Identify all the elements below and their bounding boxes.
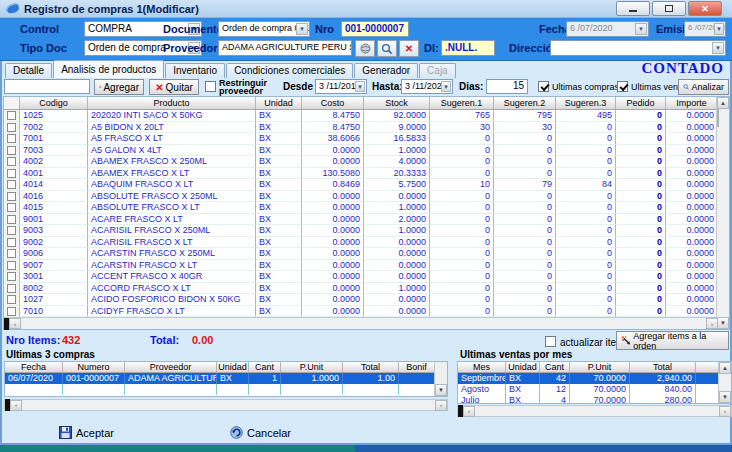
scroll-right-icon[interactable]: › [719,406,731,417]
row-checkbox[interactable] [7,123,16,132]
row-checkbox[interactable] [7,284,16,293]
chevron-down-icon[interactable]: ▼ [441,81,451,92]
table-row[interactable]: 4015 ABSOLUTE FRASCO X LT BX 0.0000 1.00… [4,202,718,214]
venta-row[interactable]: Agosto BX 12 70.0000 840.00 [458,384,731,395]
minimize-button[interactable] [616,1,650,16]
table-row[interactable]: 3001 ACCENT FRASCO X 40GR BX 0.0000 0.00… [4,271,718,283]
row-checkbox[interactable] [7,295,16,304]
ventas-vertical-scrollbar[interactable]: ▲ ▼ [718,362,731,403]
documento-select[interactable]: Orden de compra 001▼ [218,21,310,37]
proveedor-input[interactable]: ADAMA AGRICULTURE PERU S.A [218,40,352,56]
tab-generador[interactable]: Generador [354,63,418,78]
scroll-up-icon[interactable]: ▲ [719,362,731,374]
agregar-items-button[interactable]: Agregar items a la orden [616,331,729,350]
dias-input[interactable]: 15 [486,79,528,94]
table-row[interactable]: 8002 ACCORD FRASCO X LT BX 0.0000 1.0000… [4,283,718,295]
table-row[interactable]: 9007 ACARSTIN FRASCO X LT BX 0.0000 0.00… [4,260,718,272]
row-checkbox[interactable] [7,226,16,235]
row-checkbox[interactable] [7,146,16,155]
close-button[interactable]: ✕ [688,1,722,16]
table-row[interactable]: 9002 ACARISIL FRASCO X LT BX 0.0000 0.00… [4,237,718,249]
scroll-right-icon[interactable]: › [706,318,718,329]
row-checkbox[interactable] [7,215,16,224]
col-sugeren3[interactable]: Sugeren.3 [556,97,616,109]
row-checkbox[interactable] [7,272,16,281]
analizar-button[interactable]: Analizar [678,79,729,95]
proveedor-clear-button[interactable]: ✕ [399,40,419,57]
scroll-left-icon[interactable]: ‹ [10,400,22,411]
grid-vscroll-thumb[interactable] [717,108,719,127]
tab-condiciones-comerciales[interactable]: Condiciones comerciales [226,63,353,78]
row-checkbox[interactable] [7,307,16,316]
col-select[interactable] [4,97,20,109]
tab-detalle[interactable]: Detalle [5,63,52,78]
ultimas-ventas-checkbox[interactable] [617,81,628,92]
row-checkbox[interactable] [7,192,16,201]
col-costo[interactable]: Costo [302,97,364,109]
table-row[interactable]: 1027 ACIDO FOSFORICO BIDON X 50KG BX 0.0… [4,294,718,306]
col-unidad[interactable]: Unidad [256,97,302,109]
row-checkbox[interactable] [7,203,16,212]
scroll-down-icon[interactable]: ▼ [435,384,447,396]
table-row[interactable]: 1025 202020 INTI SACO X 50KG BX 8.4750 9… [4,110,718,122]
provider-globe-button[interactable] [355,40,375,57]
hasta-date-select[interactable]: 3 /11/2020▼ [401,79,453,94]
scroll-left-icon[interactable]: ‹ [463,406,475,417]
tab-inventario[interactable]: Inventario [165,63,225,78]
table-row[interactable]: 9001 ACARE FRASCO X LT BX 0.0000 2.0000 … [4,214,718,226]
compra-row[interactable]: 06/07/2020 001-0000007 ADAMA AGRICULTURE… [5,373,447,384]
ultimas-compras-checkbox[interactable] [538,81,549,92]
col-sugeren2[interactable]: Sugeren.2 [494,97,556,109]
scroll-left-icon[interactable]: ‹ [9,318,21,329]
table-row[interactable]: 4016 ABSOLUTE FRASCO X 250ML BX 0.0000 0… [4,191,718,203]
maximize-button[interactable] [652,1,686,16]
chevron-down-icon[interactable]: ▼ [355,81,365,92]
table-row[interactable]: 7002 A5 BIDON X 20LT BX 8.4750 9.0000 30… [4,122,718,134]
product-search-input[interactable] [4,79,90,94]
col-sugeren1[interactable]: Sugeren.1 [430,97,494,109]
row-checkbox[interactable] [7,180,16,189]
di-field[interactable]: .NULL. [441,40,495,56]
chevron-down-icon[interactable]: ▼ [296,23,308,35]
compras-vertical-scrollbar[interactable]: ▼ [434,362,447,396]
col-codigo[interactable]: Codigo [20,97,88,109]
table-row[interactable]: 4001 ABAMEX FRASCO X LT BX 130.5080 20.3… [4,168,718,180]
row-checkbox[interactable] [7,111,16,120]
row-checkbox[interactable] [7,134,16,143]
grid-vertical-scrollbar[interactable]: ▲ ▼ [716,97,729,329]
nro-field[interactable]: 001-0000007 [341,21,409,37]
col-producto[interactable]: Producto [88,97,256,109]
venta-row[interactable]: Julio BX 4 70.0000 280.00 [458,395,731,404]
table-row[interactable]: 9003 ACARISIL FRASCO X 250ML BX 0.0000 1… [4,225,718,237]
proveedor-search-button[interactable] [377,40,397,57]
direccion-select[interactable]: ▼ [550,40,726,56]
row-checkbox[interactable] [7,261,16,270]
scroll-right-icon[interactable]: › [435,400,447,411]
aceptar-button[interactable]: Aceptar [59,426,114,439]
agregar-button[interactable]: Agregar [94,79,144,95]
table-row[interactable]: 4002 ABAMEX FRASCO X 250ML BX 0.0000 4.0… [4,156,718,168]
row-checkbox[interactable] [7,249,16,258]
grid-horizontal-scrollbar[interactable]: ‹ › [4,317,718,329]
chevron-down-icon[interactable]: ▼ [712,42,724,54]
venta-row[interactable]: Septiembre BX 42 70.0000 2,940.00 [458,373,731,384]
row-checkbox[interactable] [7,157,16,166]
row-checkbox[interactable] [7,238,16,247]
tab-analisis-de-productos[interactable]: Analisis de productos [53,60,164,78]
col-pedido[interactable]: Pedido [616,97,666,109]
scroll-down-icon[interactable]: ▼ [719,391,731,403]
ventas-horizontal-scrollbar[interactable]: ‹ › [457,405,732,417]
scroll-down-icon[interactable]: ▼ [717,317,729,329]
table-row[interactable]: 9006 ACARSTIN FRASCO X 250ML BX 0.0000 0… [4,248,718,260]
actualizar-items-checkbox[interactable] [545,336,556,347]
col-importe[interactable]: Importe [666,97,718,109]
quitar-button[interactable]: ✕ Quitar [149,79,199,95]
col-stock[interactable]: Stock [364,97,430,109]
table-row[interactable]: 7010 ACIDYF FRASCO X LT BX 0.0000 0.0000… [4,306,718,318]
table-row[interactable]: 4014 ABAQUIM FRASCO X LT BX 0.8469 5.750… [4,179,718,191]
desde-date-select[interactable]: 3 /11/2018▼ [315,79,367,94]
restringir-proveedor-checkbox[interactable] [205,81,216,92]
table-row[interactable]: 7003 A5 GALON X 4LT BX 0.0000 1.0000 0 0… [4,145,718,157]
row-checkbox[interactable] [7,169,16,178]
compras-horizontal-scrollbar[interactable]: ‹ › [4,399,448,411]
